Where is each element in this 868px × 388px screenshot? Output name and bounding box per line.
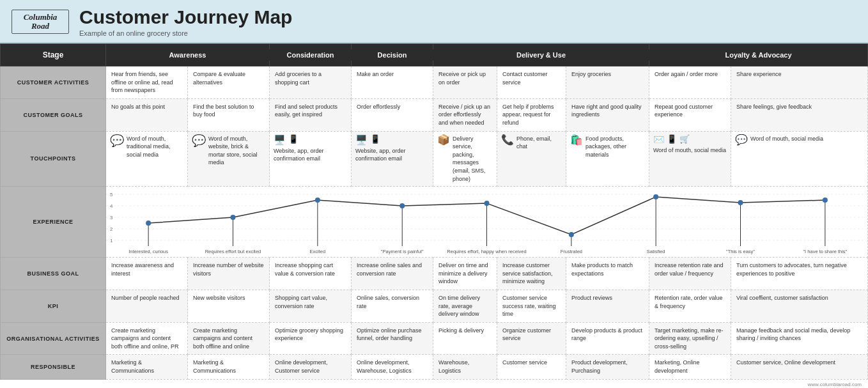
svg-point-21: [569, 232, 574, 237]
resp-delivery3: Product development, Purchasing: [566, 355, 649, 379]
point-delivery2: [569, 232, 574, 246]
goals-awareness1: No goals at this point: [106, 98, 188, 131]
label-org-activities: Organisational Activities: [1, 322, 106, 355]
customer-goals-row: Customer Goals No goals at this point Fi…: [1, 98, 868, 131]
phone-icon4: 📱: [667, 135, 677, 143]
subtitle: Example of an online grocery store: [79, 29, 292, 37]
svg-point-23: [653, 194, 658, 199]
goals-awareness2: Find the best solution to buy food: [188, 98, 270, 131]
svg-point-17: [399, 203, 405, 208]
kpi-delivery3: Product reviews: [566, 290, 649, 322]
monitor-icon: 🖥️: [274, 135, 286, 144]
oa-loyalty1: Target marketing, make re-ordering easy,…: [649, 322, 731, 355]
bg-delivery1: Deliver on time and minimize a delivery …: [433, 258, 497, 290]
act-loyalty2: Share experience: [731, 66, 868, 99]
bg-decision: Increase online sales and conversion rat…: [352, 258, 433, 290]
responsible-row: Responsible Marketing & Communications M…: [1, 355, 868, 379]
envelope-icon: ✉️: [653, 135, 664, 144]
stage-awareness: Awareness ▶: [106, 44, 270, 66]
act-consideration: Add groceries to a shopping cart: [270, 66, 352, 99]
act-awareness1: Hear from friends, see offline or online…: [106, 66, 188, 99]
svg-text:Requires effort but excited: Requires effort but excited: [205, 249, 261, 254]
touch-consideration: 🖥️ 📱 Website, app, order confirmation em…: [270, 131, 352, 187]
label-customer-activities: Customer Activities: [1, 66, 106, 99]
customer-activities-row: Customer Activities Hear from friends, s…: [1, 66, 868, 99]
svg-text:Satisfied: Satisfied: [647, 249, 665, 254]
svg-text:3: 3: [110, 215, 113, 221]
label-business-goal: Business Goal: [1, 258, 106, 290]
monitor-icon2: 🖥️: [355, 135, 368, 144]
svg-text:"This is easy": "This is easy": [726, 249, 755, 254]
oa-delivery1: Picking & delivery: [433, 322, 497, 355]
bg-awareness1: Increase awareness and interest: [106, 258, 188, 290]
oa-delivery3: Develop products & product range: [566, 322, 649, 355]
svg-text:1: 1: [110, 238, 113, 244]
phone-icon: 📱: [288, 135, 298, 143]
resp-delivery1: Warehouse, Logistics: [433, 355, 497, 379]
goals-delivery1: Receive / pick up an order effortlessly …: [433, 98, 497, 131]
header: ColumbiaRoad Customer Journey Map Exampl…: [0, 0, 868, 43]
label-experience: Experience: [1, 187, 106, 258]
resp-delivery2: Customer service: [497, 355, 566, 379]
act-decision: Make an order: [352, 66, 433, 99]
svg-point-27: [823, 198, 828, 203]
bg-loyalty2: Turn customers to advocates, turn negati…: [731, 258, 868, 290]
oa-delivery2: Organize customer service: [497, 322, 566, 355]
touch-loyalty2: 💬 Word of mouth, social media: [731, 131, 868, 187]
org-activities-row: Organisational Activities Create marketi…: [1, 322, 868, 355]
footer: www.columbiaroad.com: [0, 380, 868, 388]
kpi-decision: Online sales, conversion rate: [352, 290, 433, 322]
bg-consideration: Increase shopping cart value & conversio…: [270, 258, 352, 290]
experience-row: Experience 5 4 3 2 1: [1, 187, 868, 258]
cart-icon: 🛒: [679, 135, 690, 143]
goals-loyalty1: Repeat good customer experience: [649, 98, 731, 131]
svg-text:Frustrated: Frustrated: [561, 249, 582, 254]
stage-label-cell: Stage: [1, 44, 106, 66]
act-loyalty1: Order again / order more: [649, 66, 731, 99]
touchpoints-row: Touchpoints 💬 Word of mouth, traditional…: [1, 131, 868, 187]
stage-delivery: Delivery & Use ▶: [433, 44, 649, 66]
phone-icon3: 📞: [501, 135, 514, 145]
oa-consideration: Optimize grocery shopping experience: [270, 322, 352, 355]
touch-decision: 🖥️ 📱 Website, app, order confirmation em…: [352, 131, 433, 187]
svg-text:"Payment is painful": "Payment is painful": [381, 249, 424, 254]
oa-awareness2: Create marketing campaigns and content b…: [188, 322, 270, 355]
speech-icon3: 💬: [735, 135, 748, 145]
resp-decision: Online development, Warehouse, Logistics: [352, 355, 433, 379]
kpi-loyalty1: Retention rate, order value & frequency: [649, 290, 731, 322]
point-consideration: [315, 198, 320, 246]
bg-delivery2: Increase customer service satisfaction, …: [497, 258, 566, 290]
label-kpi: KPI: [1, 290, 106, 322]
phone-icon2: 📱: [370, 135, 380, 143]
kpi-awareness2: New website visitors: [188, 290, 270, 322]
touch-text: Word of mouth, traditional media, social…: [127, 135, 183, 159]
experience-chart-cell: 5 4 3 2 1: [106, 187, 868, 258]
table-wrapper: Stage Awareness ▶ Consideration ▶ Decisi…: [0, 43, 868, 380]
resp-loyalty1: Marketing, Online development: [649, 355, 731, 379]
main-title: Customer Journey Map: [79, 6, 292, 28]
svg-text:Interested, curious: Interested, curious: [128, 249, 168, 254]
act-delivery1: Receive or pick up on order: [433, 66, 497, 99]
label-touchpoints: Touchpoints: [1, 131, 106, 187]
logo-text: ColumbiaRoad: [24, 13, 58, 31]
kpi-loyalty2: Viral coeffient, customer satisfaction: [731, 290, 868, 322]
label-responsible: Responsible: [1, 355, 106, 379]
point-loyalty2: [823, 198, 828, 246]
goals-consideration: Find and select products easily, get ins…: [270, 98, 352, 131]
svg-text:5: 5: [110, 192, 113, 198]
bg-delivery3: Make products to match expectations: [566, 258, 649, 290]
svg-point-11: [146, 221, 151, 226]
svg-text:"I have to share this": "I have to share this": [803, 249, 847, 254]
bag-icon: 🛍️: [570, 135, 583, 145]
act-delivery3: Enjoy groceries: [566, 66, 649, 99]
kpi-awareness1: Number of people reached: [106, 290, 188, 322]
oa-decision: Optimize online purchase funnel, order h…: [352, 322, 433, 355]
goals-delivery2: Get help if problems appear, request for…: [497, 98, 566, 131]
logo-area: ColumbiaRoad: [12, 10, 69, 35]
experience-chart-svg: 5 4 3 2 1: [106, 187, 867, 257]
bg-awareness2: Increase number of website visitors: [188, 258, 270, 290]
label-customer-goals: Customer Goals: [1, 98, 106, 131]
point-loyalty1: [738, 200, 743, 246]
resp-consideration: Online development, Customer service: [270, 355, 352, 379]
goals-decision: Order effortlessly: [352, 98, 433, 131]
